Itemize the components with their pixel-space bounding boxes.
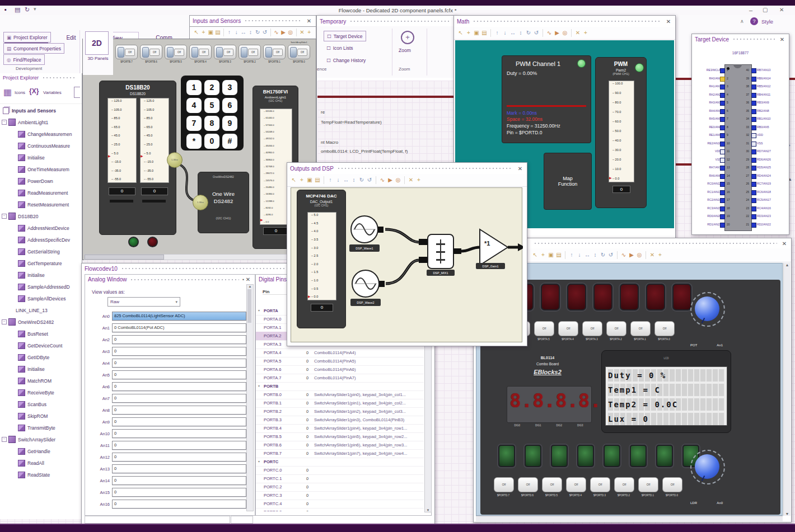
pin-connector[interactable]	[720, 133, 725, 138]
flip-v-icon[interactable]: ↕	[592, 251, 598, 259]
rot-ccw-icon[interactable]: ↺	[261, 29, 268, 36]
pin-connector[interactable]	[720, 182, 725, 187]
slider-marker-icon[interactable]: ▶	[609, 176, 612, 180]
copy-icon[interactable]: ▣	[306, 176, 313, 184]
copy-icon[interactable]: ▣	[548, 251, 554, 259]
ldr-knob[interactable]	[690, 450, 725, 484]
digital-pin-row[interactable]: PORTB.00SwitchArraySlider1(pin0), keypad…	[256, 390, 424, 399]
target-device-check[interactable]: ☐Target Device	[324, 31, 366, 41]
pin-connector[interactable]	[720, 93, 725, 98]
pin-connector[interactable]	[720, 68, 725, 73]
pin-connector[interactable]	[720, 77, 725, 82]
pin-connector[interactable]	[751, 117, 756, 122]
variables-icon[interactable]: {X}	[29, 87, 39, 95]
board-switch[interactable]: Off	[606, 321, 626, 336]
pin-connector[interactable]	[751, 101, 756, 106]
digital-pin-row[interactable]: PORTC.50	[256, 508, 424, 511]
keypad-key-hash[interactable]: #	[222, 134, 237, 149]
analog-row[interactable]: An140	[91, 476, 246, 485]
keypad-key-2[interactable]: 2	[204, 80, 219, 95]
tree-item[interactable]: ReadMeasurement	[0, 187, 82, 199]
digital-pin-row[interactable]: PORTB.50SwitchArraySlider1(pin5), keypad…	[256, 432, 424, 441]
target-icon[interactable]: ◎	[287, 29, 294, 36]
pin-connector[interactable]	[751, 84, 756, 90]
digital-pin-row[interactable]: PORTA.60ComboBL0114(PinA6)	[256, 365, 424, 374]
pin-connector[interactable]	[720, 84, 725, 90]
change-history-check[interactable]: ☐Change History	[326, 56, 366, 65]
rot-cw-icon[interactable]: ↻	[525, 29, 532, 37]
copy-icon[interactable]: ▣	[473, 29, 480, 37]
play-icon[interactable]: ▶	[554, 29, 560, 37]
eblocks-vscrollbar[interactable]: ▲ ▼	[783, 263, 791, 516]
board-switch[interactable]: Off	[558, 321, 578, 336]
onewire-node[interactable]: 1-Wire	[167, 152, 183, 168]
board-switch[interactable]: Off	[542, 477, 562, 492]
analog-row[interactable]: An90	[91, 417, 246, 426]
keypad-key-star[interactable]: *	[186, 134, 202, 149]
flip-h-icon[interactable]: ↔	[509, 29, 516, 37]
pin-connector[interactable]	[751, 77, 756, 82]
analog-row[interactable]: An80	[91, 406, 246, 415]
board-switch[interactable]: Off	[590, 477, 610, 492]
pin-connector[interactable]	[751, 206, 756, 211]
pin-connector[interactable]	[751, 214, 756, 219]
digital-pin-row[interactable]: PORTA.50ComboBL0114(PinA5)	[256, 357, 424, 366]
select-icon[interactable]: ↖	[457, 29, 464, 37]
analog-row[interactable]: An110	[91, 441, 246, 450]
paste-icon[interactable]: ▤	[481, 29, 488, 37]
digital-pin-row[interactable]: PORTA.40ComboBL0114(PinA4)	[256, 349, 424, 357]
wire-icon[interactable]: ∿	[273, 29, 280, 36]
target-icon[interactable]: ◎	[636, 251, 643, 259]
close-icon[interactable]: ✕	[665, 18, 672, 25]
digital-pin-row[interactable]: PORTB.20SwitchArraySlider1(pin2), keypad…	[256, 407, 424, 416]
tree-item[interactable]: AddressNextDevice	[0, 222, 82, 234]
icon-lists-check[interactable]: ☐Icon Lists	[326, 44, 353, 53]
minimize-icon[interactable]: –	[749, 7, 752, 13]
chevron-down-icon[interactable]: ▾	[258, 307, 260, 315]
pin-connector[interactable]	[720, 166, 725, 171]
del-icon[interactable]: ✕	[574, 29, 581, 37]
tree-item[interactable]: GetSerialString	[0, 246, 82, 257]
collapse-icon[interactable]: –	[2, 319, 7, 324]
target-icon[interactable]: ◎	[562, 29, 568, 37]
quickbar-more-icon[interactable]: ▾	[34, 6, 36, 12]
pin-connector[interactable]	[751, 149, 756, 154]
pan-icon[interactable]: +	[200, 29, 207, 36]
select-icon[interactable]: ↖	[193, 29, 200, 36]
flip-v-icon[interactable]: ↕	[350, 176, 357, 184]
pin-connector[interactable]	[751, 125, 756, 130]
board-switch[interactable]: Off	[582, 321, 602, 336]
digital-pin-row[interactable]: PORTB.70SwitchArraySlider1(pin7), keypad…	[256, 449, 424, 458]
toggle-switch[interactable]: Off	[238, 45, 261, 59]
tree-item[interactable]: GetTemperature	[0, 257, 82, 269]
del-icon[interactable]: ✕	[408, 176, 414, 184]
add-icon[interactable]: +	[657, 251, 663, 259]
paste-icon[interactable]: ▤	[214, 29, 221, 36]
rot-ccw-icon[interactable]: ↺	[533, 29, 540, 37]
red-led-icon[interactable]	[147, 237, 158, 247]
pan-icon[interactable]: +	[540, 251, 546, 259]
pin-connector[interactable]	[720, 206, 725, 211]
up-icon[interactable]: ↑	[568, 251, 575, 259]
restore-icon[interactable]: ▢	[763, 7, 768, 13]
map-function-component[interactable]: Map Function	[544, 153, 592, 210]
flip-h-icon[interactable]: ↔	[240, 29, 247, 36]
keypad-key-6[interactable]: 6	[222, 98, 237, 113]
board-switch[interactable]: Off	[638, 477, 658, 492]
board-switch[interactable]: Off	[534, 321, 554, 336]
digital-pin-row[interactable]: PORTB.10SwitchArraySlider1(pin1), keypad…	[256, 399, 424, 408]
down-icon[interactable]: ↓	[576, 251, 583, 259]
toggle-switch[interactable]: Off	[214, 45, 236, 59]
flip-h-icon[interactable]: ↔	[343, 176, 349, 184]
board-switch[interactable]: Off	[654, 321, 675, 336]
math-window-titlebar[interactable]: Math✕	[454, 16, 675, 27]
digital-pin-row[interactable]: PORTC.20	[256, 483, 424, 492]
ribbon-collapse-icon[interactable]: ∧	[740, 18, 744, 24]
pin-connector[interactable]	[751, 133, 756, 138]
rot-ccw-icon[interactable]: ↺	[607, 251, 614, 259]
keypad-key-7[interactable]: 7	[186, 116, 202, 131]
ds18b20-component[interactable]: DS18B20 DS18B20 – 125.0– 105.0– 85.0– 65…	[99, 81, 176, 235]
toggle-switch[interactable]: Off	[165, 45, 187, 59]
tree-item[interactable]: OneTimeMeasurem	[0, 163, 82, 175]
digital-group-row[interactable]: ▾PORTC	[256, 458, 424, 467]
